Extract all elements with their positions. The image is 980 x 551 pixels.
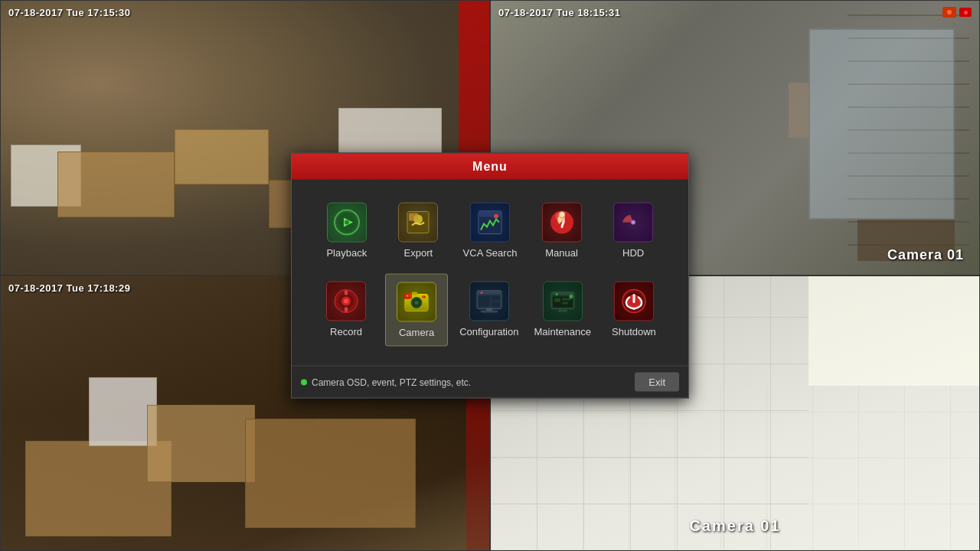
playback-icon — [327, 203, 367, 243]
svg-point-39 — [480, 292, 482, 294]
svg-point-11 — [559, 212, 565, 218]
svg-point-29 — [423, 296, 424, 298]
menu-item-camera[interactable]: Camera — [385, 274, 448, 347]
status-text: Camera OSD, event, PTZ settings, etc. — [312, 377, 471, 387]
playback-label: Playback — [326, 247, 367, 259]
manual-label: Manual — [545, 247, 578, 259]
svg-point-19 — [344, 299, 348, 304]
svg-rect-49 — [570, 296, 572, 298]
svg-point-26 — [415, 301, 419, 305]
menu-item-maintenance[interactable]: Maintenance — [530, 274, 594, 347]
vca-label: VCA Search — [463, 247, 518, 259]
svg-rect-5 — [409, 214, 418, 221]
svg-rect-27 — [412, 292, 417, 295]
svg-rect-35 — [492, 296, 500, 301]
rec-indicator-2 — [942, 7, 972, 18]
exit-button[interactable]: Exit — [635, 373, 679, 392]
svg-rect-34 — [479, 296, 490, 307]
menu-grid-row1: Playback Export — [315, 195, 665, 266]
export-icon — [398, 203, 438, 243]
cam1-timestamp: 07-18-2017 Tue 17:15:30 — [8, 7, 130, 18]
box — [245, 419, 416, 528]
status-dot — [301, 379, 307, 385]
menu-item-export[interactable]: Export — [387, 195, 451, 266]
hdd-label: HDD — [622, 247, 644, 259]
menu-dialog: Menu Playback — [291, 153, 689, 399]
configuration-label: Configuration — [459, 326, 518, 337]
menu-item-vca[interactable]: VCA Search — [458, 195, 522, 266]
box — [175, 129, 268, 184]
menu-item-playback[interactable]: Playback — [315, 195, 379, 266]
svg-rect-20 — [345, 291, 348, 295]
vca-icon — [470, 203, 510, 243]
svg-point-2 — [345, 220, 349, 225]
svg-point-8 — [494, 214, 498, 219]
menu-item-configuration[interactable]: Configuration — [456, 274, 522, 347]
record-icon — [326, 282, 366, 321]
maintenance-icon — [543, 282, 583, 321]
shutdown-label: Shutdown — [612, 326, 656, 337]
box — [147, 405, 254, 481]
maintenance-label: Maintenance — [534, 326, 590, 337]
svg-rect-36 — [492, 302, 500, 307]
menu-item-hdd[interactable]: HDD — [601, 195, 665, 266]
cam2-person — [789, 83, 808, 138]
cam2-timestamp: 07-18-2017 Tue 18:15:31 — [498, 7, 620, 18]
cam4-label: Camera 01 — [689, 517, 780, 535]
menu-item-record[interactable]: Record — [315, 274, 377, 347]
svg-rect-41 — [551, 292, 574, 295]
menu-content: Playback Export — [292, 180, 688, 362]
svg-rect-44 — [562, 298, 571, 301]
svg-rect-45 — [562, 302, 568, 305]
hdd-icon — [613, 203, 653, 243]
menu-title-bar: Menu — [292, 154, 688, 180]
menu-title: Menu — [472, 160, 508, 173]
camera-label-text: Camera — [399, 327, 434, 338]
cam2-label: Camera 01 — [887, 247, 964, 263]
record-label: Record — [330, 326, 362, 337]
svg-rect-46 — [558, 310, 567, 312]
configuration-icon — [469, 282, 509, 321]
svg-point-47 — [555, 293, 557, 295]
svg-rect-38 — [486, 308, 492, 311]
cam3-timestamp: 07-18-2017 Tue 17:18:29 — [8, 282, 130, 294]
footer-status: Camera OSD, event, PTZ settings, etc. — [301, 377, 471, 387]
menu-grid-row2: Record — [315, 274, 665, 347]
menu-footer: Camera OSD, event, PTZ settings, etc. Ex… — [292, 366, 688, 398]
menu-item-manual[interactable]: Manual — [530, 195, 594, 266]
export-label: Export — [404, 247, 433, 259]
svg-rect-21 — [345, 308, 348, 312]
office-window — [808, 28, 955, 220]
camera-icon — [397, 282, 436, 322]
manual-icon — [542, 203, 582, 243]
svg-point-15 — [632, 221, 635, 223]
svg-point-31 — [407, 295, 409, 297]
box — [57, 152, 175, 217]
cam4-bright — [808, 276, 979, 386]
shutdown-icon — [614, 282, 654, 321]
svg-rect-43 — [554, 298, 560, 302]
menu-item-shutdown[interactable]: Shutdown — [603, 274, 665, 347]
